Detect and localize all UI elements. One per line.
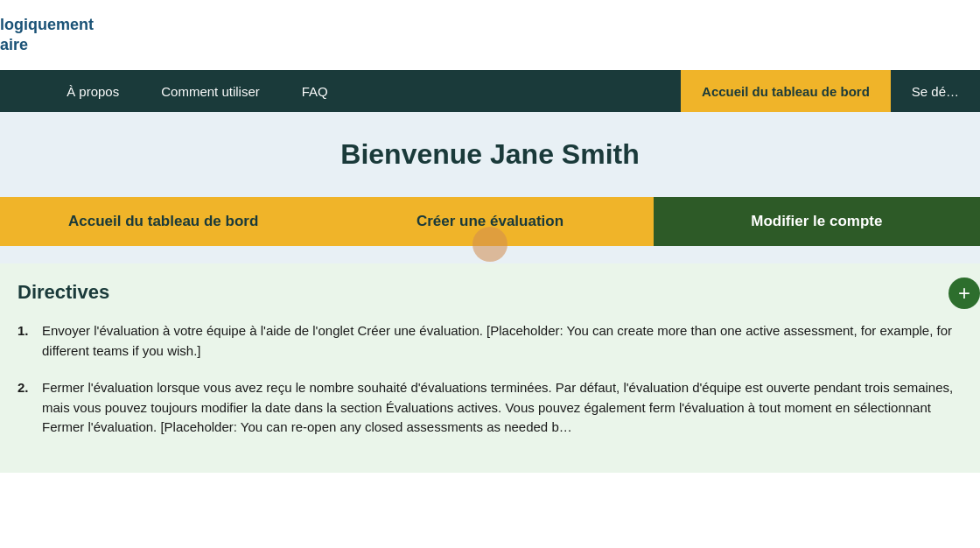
directives-title: Directives [18, 281, 962, 304]
navbar-item-apropos[interactable]: À propos [46, 70, 140, 112]
navbar: À propos Comment utiliser FAQ Accueil du… [0, 70, 980, 112]
branding-line2: aire [0, 36, 28, 53]
directives-add-button[interactable]: + [948, 278, 980, 309]
list-number-1: 1. [18, 321, 42, 361]
branding-area: logiquement aire [0, 0, 980, 70]
modify-account-button[interactable]: Modifier le compte [654, 197, 980, 246]
welcome-title: Bienvenue Jane Smith [18, 138, 962, 171]
branding-line1: logiquement [0, 16, 94, 33]
list-content-1: Envoyer l'évaluation à votre équipe à l'… [42, 321, 962, 361]
list-item: 1. Envoyer l'évaluation à votre équipe à… [18, 321, 962, 361]
navbar-spacer [349, 70, 681, 112]
directives-section: Directives + 1. Envoyer l'évaluation à v… [0, 263, 980, 473]
navbar-item-comment-utiliser[interactable]: Comment utiliser [140, 70, 281, 112]
welcome-section: Bienvenue Jane Smith [0, 112, 980, 188]
dashboard-button[interactable]: Accueil du tableau de bord [0, 197, 326, 246]
navbar-item-logout[interactable]: Se dé… [891, 70, 980, 112]
branding-text: logiquement aire [0, 15, 94, 56]
list-item: 2. Fermer l'évaluation lorsque vous avez… [18, 378, 962, 438]
navbar-item-empty[interactable] [0, 70, 46, 112]
click-ripple [472, 227, 508, 262]
action-buttons-row: Accueil du tableau de bord Créer une éva… [0, 188, 980, 263]
list-content-2: Fermer l'évaluation lorsque vous avez re… [42, 378, 962, 438]
directives-header: Directives + [18, 281, 962, 304]
create-evaluation-button[interactable]: Créer une évaluation [326, 197, 653, 246]
navbar-item-tableau-de-bord[interactable]: Accueil du tableau de bord [681, 70, 891, 112]
instructions-list: 1. Envoyer l'évaluation à votre équipe à… [18, 321, 962, 438]
list-number-2: 2. [18, 378, 42, 438]
navbar-item-faq[interactable]: FAQ [281, 70, 349, 112]
